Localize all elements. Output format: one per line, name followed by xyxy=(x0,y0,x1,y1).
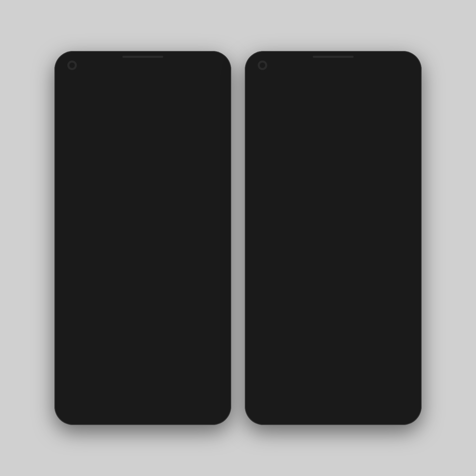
user-avatar-left[interactable]: E xyxy=(209,92,221,104)
svg-text:HUGH MARLOWE · JOAN: HUGH MARLOWE · JOAN xyxy=(155,191,192,194)
home-nav-right[interactable]: — xyxy=(328,405,335,413)
chevron-right-icon: › xyxy=(155,238,157,244)
back-nav-right[interactable]: ‹ xyxy=(275,405,277,413)
story-card-1-source: Nextgov xyxy=(74,202,88,206)
stories-row-left: N Nextgov Experts Assess the Unexplained… xyxy=(64,151,222,229)
story-card-1-image xyxy=(64,151,138,199)
user-avatar-right[interactable]: E xyxy=(400,92,411,104)
result-url-1: https://www.dni.gov › ODNI xyxy=(72,256,121,261)
cnn-badge-2: CNN xyxy=(145,201,154,206)
svg-text:ARLOWE · JOAN TAYLOR: ARLOWE · JOAN TAYLOR xyxy=(371,167,400,169)
tab-shopping-left[interactable]: Shopping xyxy=(160,125,187,137)
news-item-2[interactable]: KOLD ASTRONOMER WEIGHS IN ON PENTAGON'S … xyxy=(250,222,417,255)
globe-icon-1: 🌐 xyxy=(64,256,70,261)
story-card-2[interactable]: HUGH MARLOWE · JOAN CNN 8 takeaways from… xyxy=(142,151,217,229)
news-source-1: Nextgov xyxy=(296,193,310,198)
url-bar-right[interactable]: 🔒 google.com/search?q=ufo+repo ⊡ xyxy=(261,76,403,87)
top-stories-title: Top stories xyxy=(64,140,222,147)
home-icon-right[interactable]: ⌂ xyxy=(254,78,258,85)
tab-images-right[interactable]: Images xyxy=(309,125,332,137)
search-icon-left: 🔍 xyxy=(69,113,76,119)
search-icon-right: 🔍 xyxy=(259,113,266,119)
tab-images-left[interactable]: Images xyxy=(119,125,141,137)
search-input-right[interactable]: ufo report xyxy=(270,113,398,119)
news-thumb-2: KOLD ASTRONOMER WEIGHS IN ON PENTAGON'S … xyxy=(254,225,285,249)
svg-point-35 xyxy=(268,234,271,237)
news-source-row-1: N Nextgov xyxy=(289,193,412,198)
news-title-1: Experts Assess the Unexplained in Govern… xyxy=(289,200,412,212)
kold-badge: 13 xyxy=(289,225,295,232)
svg-line-3 xyxy=(103,169,108,171)
tab-videos-left[interactable]: Videos xyxy=(97,125,119,137)
search-bar-left[interactable]: 🔍 ufo report 🎤 xyxy=(64,109,222,122)
apps-nav-right[interactable]: ⚲ xyxy=(386,405,391,413)
result-title-1[interactable]: Preliminary Assessment - Office of the D… xyxy=(64,262,222,277)
back-nav-left[interactable]: ‹ xyxy=(85,405,87,413)
story-card-2-source-row: CNN xyxy=(145,201,214,206)
tab-maps-left[interactable]: Maps xyxy=(141,125,160,137)
story-card-1[interactable]: N Nextgov Experts Assess the Unexplained… xyxy=(64,151,139,229)
story-card-1-title[interactable]: Experts Assess the Unexplained in Govern… xyxy=(67,208,136,220)
clear-search-icon-right[interactable]: ✕ xyxy=(402,112,407,119)
svg-point-7 xyxy=(168,169,174,175)
apps-nav-left[interactable]: ⚲ xyxy=(196,405,201,413)
left-phone: 10:00 ▲ ◢ ▐ ⌂ 🔒 google.com/search?q=ufo+… xyxy=(54,51,231,425)
status-time-right: 10:00 xyxy=(273,64,286,70)
news-item-3[interactable]: ⚡ NEWS 3 US intelligence community relea… xyxy=(250,255,417,286)
battery-icon-right: ▐ xyxy=(404,64,407,70)
lock-icon-left: 🔒 xyxy=(74,79,79,84)
svg-point-40 xyxy=(268,269,272,273)
story-card-2-title[interactable]: 8 takeaways from the government's big UF… xyxy=(145,207,214,220)
top-article-section: CNN 8 takeaways from the government's bi… xyxy=(250,137,417,178)
cnn-article-body: CNN 8 takeaways from the government's bi… xyxy=(259,141,370,172)
mic-icon-left[interactable]: 🎤 xyxy=(209,112,217,119)
news-body-2: 13 KOLD University of Arizona astronomer… xyxy=(289,225,412,251)
news-item-1[interactable]: LST 1888 N Nextgov Experts Assess the Un… xyxy=(250,189,417,222)
tab-maps-right[interactable]: Maps xyxy=(332,125,351,137)
tab-news-right[interactable]: News xyxy=(267,125,287,137)
url-text-left: google.com/search?q=ufo+repo xyxy=(81,79,202,84)
svg-point-26 xyxy=(268,203,271,207)
hamburger-right[interactable]: ≡ xyxy=(255,95,259,102)
story-card-2-body: CNN 8 takeaways from the government's bi… xyxy=(142,199,217,228)
story-card-2-age: 2 days ago xyxy=(145,221,214,225)
svg-text:⚡: ⚡ xyxy=(275,261,281,267)
more-news-button[interactable]: More News › xyxy=(64,234,222,248)
news-source-3: 3 xyxy=(304,259,306,263)
story-card-1-source-row: N Nextgov xyxy=(67,201,136,207)
home-nav-left[interactable]: — xyxy=(138,405,145,413)
svg-point-11 xyxy=(185,155,194,160)
lock-icon-right: 🔒 xyxy=(265,79,270,84)
tab-icon-right[interactable]: ⊡ xyxy=(395,78,399,85)
google-header-left: ≡ Google E xyxy=(59,89,226,107)
menu-dots-left[interactable]: ⋮ xyxy=(216,78,222,85)
result-menu-dots[interactable]: ⋮ xyxy=(216,255,222,262)
tab-news-left[interactable]: News xyxy=(78,125,97,137)
section-header: US government released UFO report xyxy=(250,178,417,189)
url-text-right: google.com/search?q=ufo+repo xyxy=(272,79,393,84)
tab-icon-left[interactable]: ⊡ xyxy=(204,78,209,85)
news-source-2: KOLD xyxy=(297,226,307,231)
camera-right xyxy=(258,61,267,70)
cnn-top-article[interactable]: CNN 8 takeaways from the government's bi… xyxy=(259,140,407,172)
cnn-article-image: ARLOWE · JOAN TAYLOR DONALD CURTIS xyxy=(370,141,407,171)
bottom-nav-right: ‹ — ⚲ xyxy=(250,399,417,418)
svg-text:LST: LST xyxy=(256,196,259,198)
hamburger-left[interactable]: ≡ xyxy=(65,95,69,102)
svg-text:KOLD: KOLD xyxy=(256,230,263,232)
news-title-3: US intelligence community releases long-… xyxy=(289,265,412,277)
screen-left: 10:00 ▲ ◢ ▐ ⌂ 🔒 google.com/search?q=ufo+… xyxy=(59,58,226,418)
menu-dots-right[interactable]: ⋮ xyxy=(406,78,412,85)
story-card-1-age: 1 day ago xyxy=(67,222,136,226)
tab-all-left[interactable]: All xyxy=(64,125,78,137)
tab-all-right[interactable]: All xyxy=(254,125,267,137)
search-bar-right[interactable]: 🔍 ufo report ✕ xyxy=(254,109,412,122)
tab-videos-right[interactable]: Videos xyxy=(287,125,309,137)
tab-shopping-right[interactable]: Shopping xyxy=(350,125,377,137)
cnn-top-age: 2 days ago xyxy=(263,164,366,169)
svg-point-20 xyxy=(393,144,399,147)
url-bar-left[interactable]: 🔒 google.com/search?q=ufo+repo ⊡ xyxy=(70,76,213,87)
home-icon-left[interactable]: ⌂ xyxy=(64,78,68,85)
battery-icon: ▐ xyxy=(213,64,217,70)
search-input-left[interactable]: ufo report xyxy=(79,113,206,119)
